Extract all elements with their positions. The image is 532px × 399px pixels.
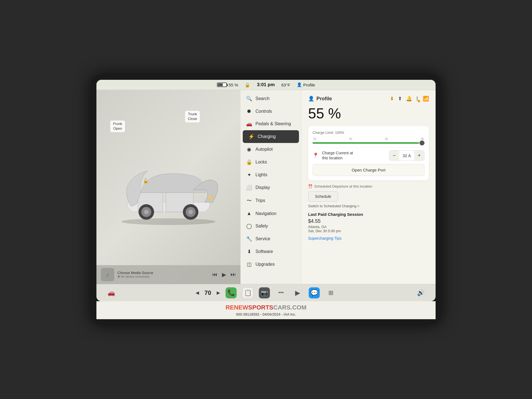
volume-icon[interactable]: 🔊 [417, 289, 424, 296]
menu-item-navigation[interactable]: ▲ Navigation [241, 207, 301, 220]
sports-text: SPORTS [248, 304, 273, 311]
bell-icon: 🔔 [406, 96, 412, 102]
menu-item-safety[interactable]: ◯ Safety [241, 220, 301, 232]
speed-limit-display: 70 [204, 289, 211, 296]
menu-item-software[interactable]: ⬇ Software [241, 245, 301, 258]
vehicle-id: 000-39118593 - 04/04/2024 - IAA Inc. [99, 312, 433, 316]
menu-item-search[interactable]: 🔍 Search [241, 92, 301, 105]
car-home-icon[interactable]: 🚗 [108, 289, 115, 296]
battery-percent-label: 55 % [229, 83, 238, 87]
menu-item-autopilot[interactable]: ◉ Autopilot [241, 143, 301, 156]
chat-app-icon[interactable]: 💬 [309, 287, 320, 298]
software-label: Software [255, 249, 273, 254]
panel-title-label: Profile [316, 96, 332, 102]
marker-40: 40 [349, 137, 352, 140]
scheduled-departure-label: ⏰ Scheduled Departure at this location [308, 184, 429, 188]
menu-panel: 🔍 Search ⏺ Controls 🚗 Pedals & Steering … [241, 90, 301, 284]
profile-label: Profile [303, 83, 315, 87]
battery-status: 55 % [217, 83, 238, 87]
temperature-display: 63°F [282, 83, 290, 87]
speed-increase-icon[interactable]: ▶ [217, 290, 220, 295]
display-label: Display [255, 185, 270, 190]
service-icon: 🔧 [246, 236, 252, 242]
lock-icon: 🔒 [245, 82, 250, 88]
profile-person-icon: 👤 [297, 82, 302, 87]
supercharging-tips-link[interactable]: Supercharging Tips [308, 236, 342, 241]
charging-detail-panel: 👤 Profile ⬇ ⬆ 🔔 ᛒ 📶 55 % Charge Limit: 1… [301, 90, 436, 284]
menu-item-lights[interactable]: ✦ Lights [241, 168, 301, 181]
increase-amps-button[interactable]: + [414, 150, 424, 160]
download-icon: ⬇ [390, 96, 394, 102]
upload-icon: ⬆ [398, 96, 402, 102]
media-controls[interactable]: ⏮ ▶ ⏭ [212, 271, 236, 278]
signal-icon: 📶 [423, 96, 429, 102]
autopilot-label: Autopilot [255, 147, 273, 152]
taskbar: 🚗 ◀ 70 ▶ 📞 📋 📷 ••• ▶ 💬 ⊞ 🔊 [96, 284, 436, 301]
menu-item-trips[interactable]: 〜 Trips [241, 194, 301, 207]
notes-app-icon[interactable]: 📋 [242, 287, 253, 298]
battery-fill [218, 83, 223, 86]
charging-icon: ⚡ [248, 134, 254, 140]
renew-logo: RENEWSPORTSCARS.COM [99, 304, 433, 311]
charge-limit-card: Charge Limit: 100% 20 40 60 80 📍 Charge … [308, 126, 429, 180]
phone-app-icon[interactable]: 📞 [226, 287, 237, 298]
trips-icon: 〜 [246, 197, 252, 204]
status-bar: 55 % 🔒 3:01 pm 63°F 👤 Profile [96, 80, 436, 90]
prev-track-button[interactable]: ⏮ [212, 271, 218, 278]
charge-limit-label: Charge Limit: 100% [313, 131, 424, 135]
search-icon: 🔍 [246, 96, 252, 102]
menu-item-upgrades[interactable]: ◫ Upgrades [241, 258, 301, 271]
scheduled-departure-text: Scheduled Departure at this location [314, 184, 372, 188]
switch-to-scheduled-link[interactable]: Switch to Scheduled Charging > [308, 204, 429, 208]
schedule-button[interactable]: Schedule [308, 191, 338, 202]
footer-watermark: RENEWSPORTSCARS.COM 000-39118593 - 04/04… [96, 301, 436, 319]
controls-icon: ⏺ [246, 108, 252, 114]
controls-label: Controls [255, 109, 272, 114]
decrease-amps-button[interactable]: − [389, 150, 399, 160]
clock-icon: ⏰ [308, 184, 313, 188]
play-pause-button[interactable]: ▶ [222, 271, 226, 278]
autopilot-icon: ◉ [246, 146, 252, 152]
last-session-location: Atlanta, GA [308, 225, 429, 229]
search-label: Search [255, 96, 270, 101]
navigation-label: Navigation [255, 211, 277, 216]
profile-person-icon-header: 👤 [308, 96, 314, 102]
battery-icon [217, 83, 227, 87]
amperage-control[interactable]: − 32 A + [389, 150, 424, 161]
profile-status[interactable]: 👤 Profile [297, 82, 315, 87]
slider-thumb[interactable] [420, 140, 424, 145]
locks-label: Locks [255, 160, 267, 165]
safety-label: Safety [255, 224, 268, 229]
menu-item-display[interactable]: ⬜ Display [241, 181, 301, 194]
more-apps-icon[interactable]: ••• [275, 287, 287, 298]
car-image: ⚡ 🔓 [105, 118, 232, 262]
open-charge-port-button[interactable]: Open Charge Port [313, 164, 424, 176]
menu-item-controls[interactable]: ⏺ Controls [241, 105, 301, 117]
menu-item-service[interactable]: 🔧 Service [241, 232, 301, 245]
menu-item-charging[interactable]: ⚡ Charging [243, 130, 299, 143]
speed-decrease-icon[interactable]: ◀ [196, 290, 199, 295]
menu-item-pedals[interactable]: 🚗 Pedals & Steering [241, 117, 301, 130]
clock: 3:01 pm [257, 82, 275, 88]
navigation-icon: ▲ [246, 211, 252, 216]
marker-80: 80 [421, 137, 424, 140]
battery-percent-display: 55 % [308, 105, 429, 122]
menu-item-locks[interactable]: 🔒 Locks [241, 156, 301, 168]
upgrades-icon: ◫ [246, 261, 252, 267]
panel-header: 👤 Profile ⬇ ⬆ 🔔 ᛒ 📶 [308, 96, 429, 102]
music-album-art: ♪ [101, 268, 114, 281]
main-content: Frunk Open Trunk Close [96, 90, 436, 284]
marker-60: 60 [385, 137, 388, 140]
trips-label: Trips [255, 198, 265, 203]
next-track-button[interactable]: ⏭ [231, 271, 236, 278]
bluetooth-icon: ᛒ [416, 96, 419, 102]
taskbar-left: 🚗 [108, 289, 115, 296]
media-player-icon[interactable]: ▶ [292, 287, 303, 298]
slider-markers: 20 40 60 80 [313, 137, 424, 140]
camera-app-icon[interactable]: 📷 [259, 287, 270, 298]
charge-limit-slider[interactable] [313, 142, 424, 144]
app-grid-icon[interactable]: ⊞ [325, 287, 336, 298]
svg-text:⚡: ⚡ [207, 194, 214, 201]
charge-current-row: 📍 Charge Current at this location − 32 A… [313, 147, 424, 161]
lights-label: Lights [255, 172, 267, 177]
